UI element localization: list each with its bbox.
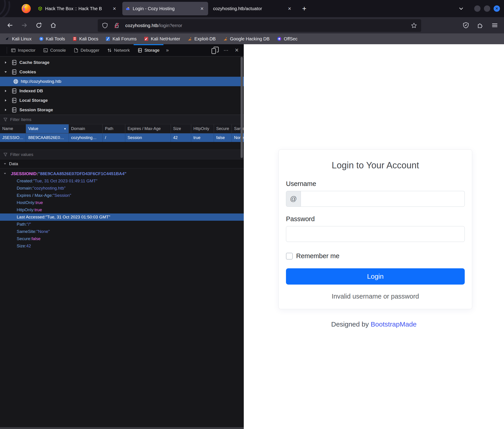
cookie-data-row-5[interactable]: HostOnly:true bbox=[0, 199, 244, 206]
bookmark-label: Kali Linux bbox=[12, 36, 32, 42]
devtools-tab-debugger[interactable]: Debugger bbox=[70, 44, 103, 56]
caret-right-icon[interactable] bbox=[3, 61, 9, 64]
close-button[interactable]: ✕ bbox=[494, 5, 500, 12]
forward-arrow-icon[interactable] bbox=[21, 22, 27, 28]
tree-item-4[interactable]: Indexed DB bbox=[0, 86, 244, 96]
tree-item-3[interactable]: http://cozyhosting.htb bbox=[0, 77, 244, 86]
column-header-label: Name bbox=[2, 126, 13, 131]
minimize-button[interactable] bbox=[474, 5, 480, 12]
devtools-vertical-scrollbar[interactable] bbox=[241, 57, 243, 158]
caret-right-icon[interactable] bbox=[3, 108, 9, 112]
urlbar-left-icons bbox=[102, 22, 123, 29]
browser-tab-1[interactable]: Hack The Box :: Hack The B✕ bbox=[35, 2, 120, 15]
bootstrapmade-link[interactable]: BootstrapMade bbox=[371, 321, 416, 328]
bookmark-item-7[interactable]: Google Hacking DB bbox=[223, 36, 270, 42]
cookie-data-row-8[interactable]: Path:"/" bbox=[0, 221, 244, 228]
tree-item-5[interactable]: Local Storage bbox=[0, 96, 244, 105]
bookmark-item-2[interactable]: Kali Tools bbox=[39, 36, 65, 42]
filter-items-input[interactable] bbox=[10, 117, 241, 122]
caret-down-icon[interactable] bbox=[3, 70, 9, 74]
caret-right-icon[interactable] bbox=[3, 89, 9, 93]
column-header-name[interactable]: Name bbox=[0, 124, 26, 133]
hamburger-menu-icon[interactable] bbox=[491, 22, 498, 29]
close-devtools-icon[interactable]: ✕ bbox=[233, 46, 241, 55]
column-header-httponly[interactable]: HttpOnly bbox=[191, 124, 214, 133]
cookie-data-row-11[interactable]: Size:42 bbox=[0, 242, 244, 250]
new-tab-button[interactable]: + bbox=[300, 4, 309, 13]
puzzle-icon[interactable] bbox=[477, 22, 484, 29]
list-all-tabs-button[interactable] bbox=[459, 6, 464, 11]
responsive-mode-icon[interactable] bbox=[211, 46, 219, 55]
login-error-message: Invalid username or password bbox=[286, 293, 465, 300]
devtools-tab-console[interactable]: Console bbox=[39, 44, 70, 56]
bookmark-item-4[interactable]: Kali Forums bbox=[105, 36, 136, 42]
cookie-cell-size: 42 bbox=[171, 133, 191, 142]
bookmark-item-5[interactable]: Kali NetHunter bbox=[144, 36, 180, 42]
username-input-group: @ bbox=[286, 191, 465, 207]
reload-icon[interactable] bbox=[36, 22, 42, 28]
bookmark-item-1[interactable]: Kali Linux bbox=[5, 36, 32, 42]
data-value: true bbox=[36, 200, 43, 205]
column-header-domain[interactable]: Domain bbox=[69, 124, 103, 133]
url-bar[interactable]: cozyhosting.htb/login?error bbox=[98, 19, 421, 32]
data-value: "Session" bbox=[53, 193, 71, 198]
cookie-data-row-3[interactable]: Domain:"cozyhosting.htb" bbox=[0, 185, 244, 192]
bookmark-item-8[interactable]: OffSec bbox=[277, 36, 297, 42]
cookie-data-row-2[interactable]: Created:"Tue, 31 Oct 2023 01:49:11 GMT" bbox=[0, 177, 244, 185]
devtools-horizontal-scrollbar[interactable] bbox=[0, 427, 244, 429]
tracking-shield-icon[interactable] bbox=[102, 22, 108, 29]
password-field[interactable] bbox=[286, 226, 465, 242]
browser-tab-3[interactable]: cozyhosting.htb/actuator✕ bbox=[210, 2, 296, 15]
lock-broken-icon[interactable] bbox=[114, 22, 120, 29]
pick-element-button[interactable] bbox=[0, 47, 7, 53]
pocket-shield-icon[interactable] bbox=[462, 22, 469, 29]
kali-tools-icon bbox=[39, 36, 44, 41]
column-header-label: Value bbox=[28, 126, 38, 131]
bookmark-item-6[interactable]: Exploit-DB bbox=[187, 36, 216, 42]
column-header-secure[interactable]: Secure bbox=[214, 124, 232, 133]
maximize-button[interactable] bbox=[484, 5, 490, 12]
tab-close-icon[interactable]: ✕ bbox=[286, 5, 293, 12]
column-header-value[interactable]: Value▼ bbox=[26, 124, 69, 133]
data-value: 42 bbox=[26, 243, 31, 249]
tab-close-icon[interactable]: ✕ bbox=[111, 5, 118, 12]
devtools-tab-network[interactable]: Network bbox=[103, 44, 134, 56]
devtools-tab-inspector[interactable]: Inspector bbox=[7, 44, 39, 56]
tab-close-icon[interactable]: ✕ bbox=[199, 5, 205, 12]
home-icon[interactable] bbox=[50, 22, 56, 28]
data-section-header[interactable]: Data bbox=[0, 159, 244, 168]
column-header-path[interactable]: Path bbox=[103, 124, 125, 133]
bookmark-item-3[interactable]: Kali Docs bbox=[72, 36, 98, 42]
kali-forums-icon bbox=[105, 36, 110, 41]
more-tools-button[interactable]: » bbox=[163, 47, 172, 53]
remember-checkbox[interactable] bbox=[286, 253, 293, 259]
tree-item-2[interactable]: Cookies bbox=[0, 67, 244, 77]
cookie-data-row-7[interactable]: Last Accessed:"Tue, 31 Oct 2023 01:50:03… bbox=[0, 214, 244, 221]
cookie-data-row-1[interactable]: JSESSIONID:"88E9CAA8526E07DFD43F6CF1C445… bbox=[0, 170, 244, 177]
tree-item-6[interactable]: Session Storage bbox=[0, 105, 244, 115]
data-key: Expires / Max-Age: bbox=[17, 193, 53, 198]
back-arrow-icon[interactable] bbox=[7, 22, 13, 28]
tree-item-label: Indexed DB bbox=[19, 89, 43, 93]
bookmark-label: Kali NetHunter bbox=[151, 36, 180, 42]
bookmark-star-icon[interactable] bbox=[411, 22, 417, 29]
username-field[interactable] bbox=[301, 191, 465, 207]
cookie-cell-expires-max-age: Session bbox=[125, 133, 171, 142]
devtools-tab-storage[interactable]: Storage bbox=[134, 44, 163, 56]
login-button[interactable]: Login bbox=[286, 268, 465, 285]
cookie-data-row-9[interactable]: SameSite:"None" bbox=[0, 228, 244, 235]
caret-right-icon[interactable] bbox=[3, 98, 9, 102]
tree-item-1[interactable]: Cache Storage bbox=[0, 58, 244, 67]
column-header-size[interactable]: Size bbox=[171, 124, 191, 133]
nav-buttons bbox=[7, 22, 56, 28]
storage-drawer-icon bbox=[11, 88, 17, 94]
cookie-data-row-10[interactable]: Secure:false bbox=[0, 235, 244, 242]
cookie-data-row-4[interactable]: Expires / Max-Age:"Session" bbox=[0, 192, 244, 199]
cookie-data-row-6[interactable]: HttpOnly:true bbox=[0, 206, 244, 214]
column-header-expires-max-age[interactable]: Expires / Max-Age bbox=[125, 124, 171, 133]
filter-values-input[interactable] bbox=[10, 152, 241, 157]
browser-tab-2[interactable]: Login - Cozy Hosting✕ bbox=[122, 2, 208, 15]
meatball-menu-icon[interactable]: ⋯ bbox=[222, 46, 230, 55]
caret-down-icon[interactable] bbox=[3, 172, 7, 175]
cookie-table-row[interactable]: JSESSIO…88E9CAA8526E0…cozyhosting…/Sessi… bbox=[0, 133, 244, 142]
